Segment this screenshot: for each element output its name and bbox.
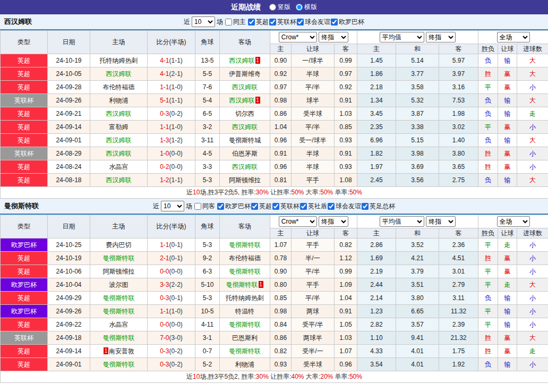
scope-select[interactable]: 全场: [497, 32, 530, 42]
odds-book-select[interactable]: Crow*: [279, 32, 317, 42]
league-checkbox-input[interactable]: [251, 203, 258, 210]
league-checkbox-input[interactable]: [328, 203, 335, 210]
away-team-cell: 特温特: [220, 305, 270, 318]
home-team-name: 曼彻斯特联: [103, 294, 135, 302]
same-venue-checkbox-input[interactable]: [194, 203, 201, 210]
home-team-name: 水晶宫: [109, 321, 129, 328]
odds-book-select[interactable]: Crow*: [279, 216, 317, 227]
match-row: 欧罗巴杯24-10-25费内巴切1-1(0-1)5-3曼彻斯特联1.07平手0.…: [1, 238, 548, 252]
home-team-cell: 费内巴切: [90, 238, 148, 252]
avg-odds-cell: 1.10: [357, 331, 396, 345]
avg-odds-cell: 5.97: [439, 54, 478, 67]
home-team-name: 水晶宫: [109, 163, 129, 171]
away-team-cell: 西汉姆联: [220, 81, 270, 94]
league-checkbox-input[interactable]: [217, 203, 224, 210]
scope-select[interactable]: 全场: [497, 216, 530, 227]
away-team-cell: 西汉姆联: [220, 121, 270, 134]
avg-odds-cell: 4.33: [357, 345, 396, 358]
avg-stage-select[interactable]: 终指: [426, 216, 456, 227]
avg-stage-select[interactable]: 终指: [426, 32, 456, 42]
avg-odds-cell: 5.32: [396, 94, 439, 107]
handicap-odds-cell: 0.85: [335, 121, 357, 134]
odds-book-header: Crow* 终指: [270, 215, 357, 228]
result-flag-cell: 小: [517, 238, 548, 252]
score-cell: 0-3(0-2): [148, 358, 195, 371]
red-card-badge: 1: [255, 57, 260, 64]
handicap-odds-cell: 平/半: [292, 265, 335, 278]
sub-header-away-odds: 客: [335, 228, 357, 238]
score-cell: 4-1(1-1): [148, 54, 195, 67]
fulltime-score: 1-3: [160, 137, 169, 144]
league-filter-checkbox[interactable]: 球会友谊: [296, 18, 330, 27]
handicap-odds-cell: 半球: [292, 160, 335, 174]
match-date: 24-09-28: [48, 81, 90, 94]
vertical-radio-input[interactable]: [269, 4, 276, 11]
halftime-score: (2-1): [169, 70, 183, 78]
league-badge: 英超: [1, 81, 48, 94]
league-checkbox-input[interactable]: [331, 19, 338, 25]
odds-stage-select[interactable]: 终指: [319, 32, 348, 42]
league-filter-checkbox[interactable]: 英社盾: [299, 202, 327, 211]
league-checkbox-input[interactable]: [300, 203, 307, 210]
layout-vertical-option[interactable]: 竖版: [269, 3, 290, 12]
avg-odds-cell: 3.54: [357, 358, 396, 371]
league-checkbox-input[interactable]: [297, 19, 304, 25]
home-team-cell: 西汉姆联: [90, 134, 148, 147]
league-checkbox-input[interactable]: [362, 203, 369, 210]
same-venue-checkbox[interactable]: 同主: [225, 18, 246, 27]
away-team-name: 西汉姆联: [232, 163, 258, 171]
horizontal-radio-input[interactable]: [296, 4, 303, 11]
home-team-cell: 曼彻斯特联: [90, 331, 148, 345]
handicap-odds-cell: 受一/球半: [292, 134, 335, 147]
filter-controls: 近 10 场 同客 欧罗巴杯英超英联杯英社盾球会友谊英足总杯: [153, 201, 395, 211]
match-row: 英超24-10-19托特纳姆热刺4-1(1-1)13-5西汉姆联10.90一/球…: [1, 54, 548, 67]
league-badge: 英超: [1, 67, 48, 81]
away-team-name: 特温特: [235, 308, 254, 315]
home-team-cell: 曼彻斯特联: [90, 358, 148, 371]
league-filter-checkbox[interactable]: 英联杯: [272, 202, 299, 211]
recent-count-select[interactable]: 10: [192, 16, 215, 27]
handicap-odds-cell: 0.84: [270, 318, 292, 331]
home-team-name: 利物浦: [109, 97, 129, 104]
result-flag-cell: 赢: [498, 160, 517, 174]
away-team-name: 托特纳姆热刺: [226, 294, 264, 302]
avg-source-select[interactable]: 平均值: [380, 216, 424, 227]
league-checkbox-input[interactable]: [248, 19, 255, 25]
same-venue-checkbox[interactable]: 同客: [194, 202, 215, 211]
recent-count-select[interactable]: 10: [161, 201, 184, 211]
league-filter-checkbox[interactable]: 欧罗巴杯: [330, 18, 364, 27]
league-filter-checkbox[interactable]: 英超: [251, 202, 272, 211]
home-team-cell: 水晶宫: [90, 318, 148, 331]
layout-horizontal-option[interactable]: 横版: [296, 3, 317, 12]
league-filter-checkbox[interactable]: 球会友谊: [327, 202, 361, 211]
away-team-name: 阿斯顿维拉: [229, 176, 261, 184]
league-filter-checkbox[interactable]: 欧罗巴杯: [217, 202, 251, 211]
result-flag-cell: 小: [517, 292, 548, 305]
avg-source-select[interactable]: 平均值: [380, 32, 424, 42]
halftime-score: (1-1): [169, 176, 183, 184]
avg-odds-cell: 1.69: [357, 252, 396, 265]
result-flag-cell: 胜: [478, 67, 498, 81]
result-flag-cell: 大: [517, 331, 548, 345]
result-flag-cell: 大: [517, 278, 548, 292]
summary-text: 30%: [256, 189, 269, 196]
league-checkbox-input[interactable]: [269, 19, 276, 25]
handicap-odds-cell: 0.99: [335, 265, 357, 278]
handicap-odds-cell: 平手: [292, 174, 335, 187]
league-checkbox-input[interactable]: [272, 203, 279, 210]
summary-text: 10: [193, 373, 200, 380]
handicap-odds-cell: 平/半: [292, 121, 335, 134]
corners-cell: 4-11: [195, 318, 220, 331]
same-venue-checkbox-input[interactable]: [225, 19, 232, 25]
sub-header-handicap: 让球: [292, 44, 335, 54]
odds-book-header: Crow* 终指: [270, 31, 357, 44]
odds-stage-select[interactable]: 终指: [319, 216, 348, 227]
league-filter-checkbox[interactable]: 英超: [247, 18, 269, 27]
away-team-cell: 切尔西: [220, 107, 270, 121]
league-filter-checkbox[interactable]: 英联杯: [269, 18, 296, 27]
league-filter-checkbox[interactable]: 英足总杯: [361, 202, 395, 211]
league-badge: 英超: [1, 318, 48, 331]
corners-cell: 3-3: [195, 160, 220, 174]
match-date: 24-10-04: [48, 278, 90, 292]
match-date: 24-08-29: [48, 147, 90, 160]
